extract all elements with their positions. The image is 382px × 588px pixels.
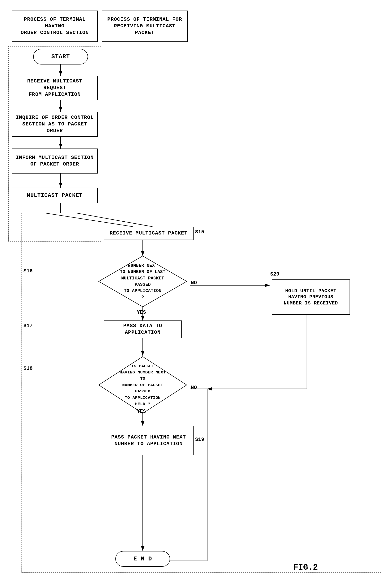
left-dashed-region [8, 46, 101, 242]
right-header-box: PROCESS OF TERMINAL FOR RECEIVING MULTIC… [102, 11, 188, 42]
bottom-dashed-region [21, 213, 382, 573]
left-header-box: PROCESS OF TERMINAL HAVING ORDER CONTROL… [12, 11, 98, 42]
diagram-container: PROCESS OF TERMINAL HAVING ORDER CONTROL… [0, 0, 382, 588]
